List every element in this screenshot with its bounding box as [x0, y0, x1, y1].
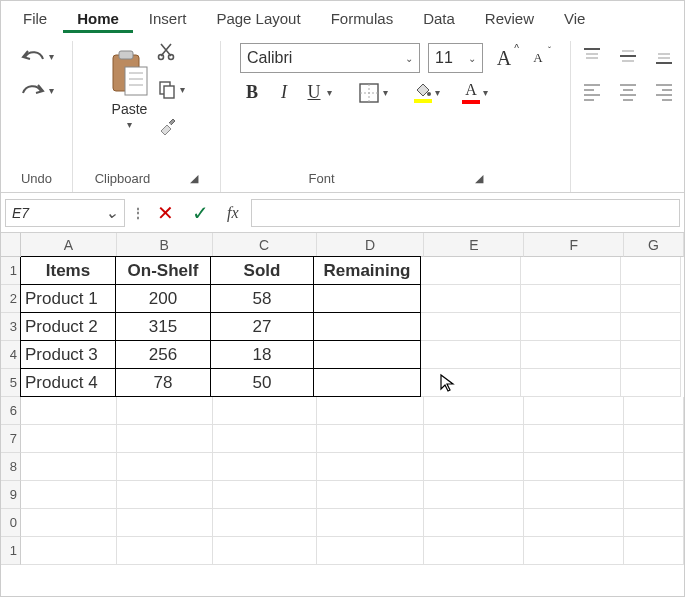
cell[interactable]: [117, 509, 213, 537]
font-name-combo[interactable]: Calibri ⌄: [240, 43, 420, 73]
cell[interactable]: [421, 369, 521, 397]
row-header[interactable]: 4: [1, 341, 21, 369]
cell[interactable]: [313, 340, 421, 369]
cell[interactable]: [621, 285, 681, 313]
tab-page-layout[interactable]: Page Layout: [202, 4, 314, 33]
cell[interactable]: [624, 481, 684, 509]
cell[interactable]: Items: [20, 256, 116, 285]
col-header-f[interactable]: F: [524, 233, 624, 257]
chevron-down-icon[interactable]: ⌄: [105, 203, 118, 222]
cell[interactable]: [524, 537, 624, 565]
cell[interactable]: [117, 453, 213, 481]
cell[interactable]: [521, 341, 621, 369]
col-header-e[interactable]: E: [424, 233, 524, 257]
cell[interactable]: [424, 425, 524, 453]
tab-home[interactable]: Home: [63, 4, 133, 33]
cell[interactable]: [421, 285, 521, 313]
cell[interactable]: 58: [210, 284, 314, 313]
cell[interactable]: Remaining: [313, 256, 421, 285]
cell[interactable]: [317, 453, 425, 481]
tab-insert[interactable]: Insert: [135, 4, 201, 33]
font-dialog-launcher[interactable]: ◢: [475, 172, 483, 185]
chevron-down-icon[interactable]: ▾: [180, 84, 185, 95]
cell[interactable]: [313, 284, 421, 313]
cell[interactable]: [317, 537, 425, 565]
clipboard-dialog-launcher[interactable]: ◢: [190, 172, 198, 185]
cell[interactable]: 200: [115, 284, 211, 313]
italic-button[interactable]: I: [272, 82, 296, 103]
cell[interactable]: 50: [210, 368, 314, 397]
fill-color-button[interactable]: ▾: [414, 82, 440, 103]
cell[interactable]: Product 4: [20, 368, 116, 397]
cell[interactable]: 27: [210, 312, 314, 341]
cell[interactable]: Product 2: [20, 312, 116, 341]
cell[interactable]: [317, 397, 425, 425]
align-middle-button[interactable]: [617, 45, 639, 70]
cell[interactable]: [21, 509, 117, 537]
cell[interactable]: [213, 453, 317, 481]
borders-button[interactable]: ▾: [358, 82, 388, 104]
cell[interactable]: [521, 369, 621, 397]
cell[interactable]: [213, 397, 317, 425]
cell[interactable]: [421, 313, 521, 341]
chevron-down-icon[interactable]: ▾: [483, 87, 488, 98]
align-left-button[interactable]: [581, 80, 603, 105]
cell[interactable]: [524, 425, 624, 453]
cell[interactable]: [424, 397, 524, 425]
accept-button[interactable]: ✓: [186, 201, 215, 225]
tab-data[interactable]: Data: [409, 4, 469, 33]
cell[interactable]: [213, 425, 317, 453]
cell[interactable]: Product 3: [20, 340, 116, 369]
cell[interactable]: [624, 397, 684, 425]
tab-formulas[interactable]: Formulas: [317, 4, 408, 33]
row-header[interactable]: 3: [1, 313, 21, 341]
cancel-button[interactable]: ✕: [151, 201, 180, 225]
cell[interactable]: [317, 509, 425, 537]
cell[interactable]: [621, 369, 681, 397]
cell[interactable]: [117, 481, 213, 509]
cell[interactable]: [521, 285, 621, 313]
cut-button[interactable]: [157, 41, 185, 61]
cell[interactable]: [424, 537, 524, 565]
tab-file[interactable]: File: [9, 4, 61, 33]
name-box[interactable]: E7 ⌄: [5, 199, 125, 227]
chevron-down-icon[interactable]: ▾: [435, 87, 440, 98]
increase-font-button[interactable]: A^: [491, 45, 517, 71]
decrease-font-button[interactable]: Aˇ: [525, 45, 551, 71]
cell[interactable]: [313, 312, 421, 341]
cell[interactable]: [521, 257, 621, 285]
cell[interactable]: [213, 509, 317, 537]
cell[interactable]: On-Shelf: [115, 256, 211, 285]
cell[interactable]: [621, 341, 681, 369]
row-header[interactable]: 7: [1, 425, 21, 453]
cell[interactable]: [317, 481, 425, 509]
align-bottom-button[interactable]: [653, 45, 675, 70]
cell[interactable]: [424, 481, 524, 509]
row-header[interactable]: 1: [1, 537, 21, 565]
tab-review[interactable]: Review: [471, 4, 548, 33]
cell[interactable]: [117, 425, 213, 453]
cell[interactable]: [21, 425, 117, 453]
insert-function-button[interactable]: fx: [221, 204, 245, 222]
cell[interactable]: [524, 397, 624, 425]
cell[interactable]: [21, 453, 117, 481]
align-center-button[interactable]: [617, 80, 639, 105]
cell[interactable]: [424, 509, 524, 537]
tab-view[interactable]: Vie: [550, 4, 599, 33]
chevron-down-icon[interactable]: ⌄: [405, 53, 413, 64]
col-header-b[interactable]: B: [117, 233, 213, 257]
font-size-combo[interactable]: 11 ⌄: [428, 43, 483, 73]
cell[interactable]: [624, 453, 684, 481]
cell[interactable]: [621, 313, 681, 341]
font-color-button[interactable]: A ▾: [462, 81, 488, 104]
row-header[interactable]: 2: [1, 285, 21, 313]
bold-button[interactable]: B: [240, 82, 264, 103]
chevron-down-icon[interactable]: ▾: [327, 87, 332, 98]
cell[interactable]: [317, 425, 425, 453]
cell[interactable]: [524, 481, 624, 509]
cell[interactable]: [117, 537, 213, 565]
cell[interactable]: [421, 257, 521, 285]
col-header-a[interactable]: A: [21, 233, 117, 257]
redo-button[interactable]: ▾: [19, 79, 54, 101]
cell[interactable]: [624, 509, 684, 537]
